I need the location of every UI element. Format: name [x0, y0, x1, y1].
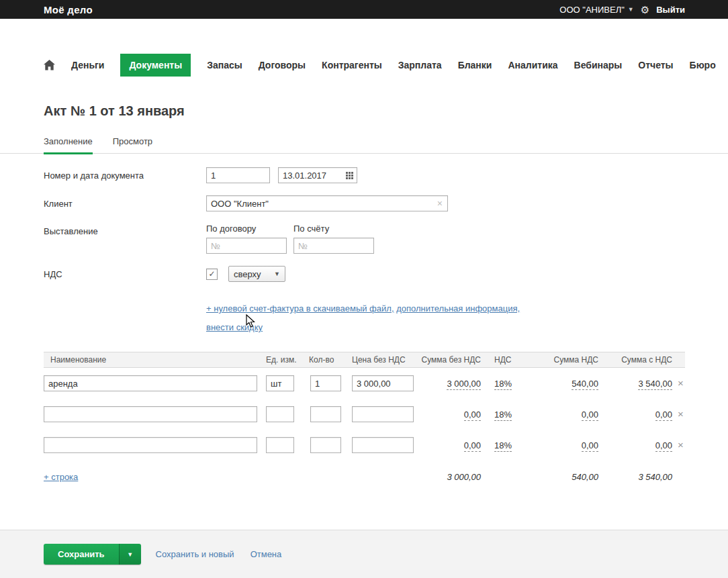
- by-invoice-input[interactable]: [293, 238, 374, 254]
- nav-item-stock[interactable]: Запасы: [207, 60, 242, 70]
- item-name-input[interactable]: [44, 375, 257, 391]
- nav-item-money[interactable]: Деньги: [71, 60, 104, 70]
- logout-link[interactable]: Выйти: [656, 5, 685, 15]
- app-logo: Моё дело: [44, 4, 93, 15]
- item-name-input[interactable]: [44, 437, 257, 453]
- vat-rate-value[interactable]: 18%: [494, 379, 512, 390]
- item-price-input[interactable]: [352, 406, 414, 422]
- item-unit-input[interactable]: [266, 375, 294, 391]
- item-price-input[interactable]: [352, 375, 414, 391]
- table-totals-row: + строка 3 000,00 540,00 3 540,00: [44, 470, 685, 483]
- home-button[interactable]: [44, 60, 55, 70]
- form-row-client: Клиент ×: [44, 195, 728, 211]
- nav-item-reports[interactable]: Отчеты: [638, 60, 673, 70]
- client-label: Клиент: [44, 199, 206, 209]
- by-invoice-column: По счёту: [293, 224, 374, 254]
- sum-with-vat-value[interactable]: 0,00: [655, 410, 672, 421]
- total-sum-no-vat: 3 000,00: [447, 472, 481, 482]
- vat-sum-value[interactable]: 0,00: [582, 440, 598, 452]
- chevron-down-icon: ▼: [628, 6, 634, 13]
- number-date-label: Номер и дата документа: [44, 171, 206, 181]
- nav-item-webinars[interactable]: Вебинары: [574, 60, 623, 70]
- vat-rate-value[interactable]: 18%: [494, 440, 512, 452]
- footer-actions: Сохранить ▼ Сохранить и новый Отмена: [0, 530, 728, 578]
- company-name: ООО "АНИВЕЛ": [559, 5, 624, 15]
- form-row-issue: Выставление По договору По счёту: [44, 224, 728, 254]
- nav-item-analytics[interactable]: Аналитика: [508, 60, 557, 70]
- page-title: Акт № 1 от 13 января: [44, 103, 728, 119]
- sum-with-vat-value[interactable]: 3 540,00: [638, 379, 672, 390]
- client-input[interactable]: [206, 195, 448, 211]
- save-button[interactable]: Сохранить: [44, 544, 119, 565]
- sum-with-vat-value[interactable]: 0,00: [655, 440, 672, 452]
- issue-subcolumns: По договору По счёту: [206, 224, 374, 254]
- delete-row-button[interactable]: ×: [678, 439, 684, 450]
- save-and-new-link[interactable]: Сохранить и новый: [156, 549, 234, 559]
- item-qty-input[interactable]: [310, 406, 341, 422]
- item-qty-input[interactable]: [310, 375, 341, 391]
- header-vat-sum: Сумма НДС: [537, 355, 604, 365]
- table-row: 3 000,00 18% 540,00 3 540,00 ×: [44, 368, 685, 399]
- delete-row-button[interactable]: ×: [678, 408, 684, 420]
- app-window: Моё дело ООО "АНИВЕЛ" ▼ ⚙ Выйти Деньги Д…: [0, 0, 728, 578]
- table-header: Наименование Ед. изм. Кол-во Цена без НД…: [44, 352, 685, 368]
- table-row: 0,00 18% 0,00 0,00 ×: [44, 399, 685, 430]
- sum-no-vat-value[interactable]: 3 000,00: [447, 379, 481, 390]
- tabs: Заполнение Просмотр: [0, 136, 728, 154]
- company-menu[interactable]: ООО "АНИВЕЛ" ▼: [559, 5, 633, 15]
- action-links-line2: внести скидку: [206, 318, 728, 337]
- form-row-vat: НДС сверху ▼: [44, 266, 728, 282]
- main-nav: Деньги Документы Запасы Договоры Контраг…: [0, 54, 728, 77]
- topbar: Моё дело ООО "АНИВЕЛ" ▼ ⚙ Выйти: [0, 0, 728, 19]
- vat-mode-select[interactable]: сверху ▼: [228, 266, 285, 282]
- vat-mode-value: сверху: [234, 269, 261, 279]
- items-table: Наименование Ед. изм. Кол-во Цена без НД…: [44, 352, 685, 483]
- header-unit: Ед. изм.: [262, 355, 309, 365]
- header-price: Цена без НДС: [348, 355, 419, 365]
- item-qty-input[interactable]: [310, 437, 341, 453]
- by-contract-column: По договору: [206, 224, 287, 254]
- save-button-group: Сохранить ▼: [44, 544, 141, 565]
- select-arrow-icon: ▼: [274, 271, 280, 277]
- additional-info-link[interactable]: дополнительная информация,: [396, 303, 520, 314]
- cancel-link[interactable]: Отмена: [251, 549, 282, 559]
- mouse-cursor-icon: [246, 314, 255, 328]
- item-unit-input[interactable]: [266, 437, 294, 453]
- home-icon: [44, 60, 55, 70]
- nav-item-forms[interactable]: Бланки: [458, 60, 492, 70]
- document-number-input[interactable]: [206, 167, 270, 183]
- header-vat: НДС: [486, 355, 537, 365]
- issue-label: Выставление: [44, 224, 206, 236]
- nav-item-salary[interactable]: Зарплата: [398, 60, 442, 70]
- calendar-icon[interactable]: [346, 172, 353, 179]
- sum-no-vat-value[interactable]: 0,00: [464, 410, 481, 421]
- table-row: 0,00 18% 0,00 0,00 ×: [44, 430, 685, 461]
- save-dropdown-button[interactable]: ▼: [119, 544, 141, 565]
- zero-invoice-link[interactable]: + нулевой счет-фактура в скачиваемый фай…: [206, 303, 394, 314]
- tab-preview[interactable]: Просмотр: [113, 136, 152, 154]
- vat-sum-value[interactable]: 0,00: [582, 410, 598, 421]
- by-contract-input[interactable]: [206, 238, 287, 254]
- add-row-link[interactable]: + строка: [44, 472, 78, 482]
- action-links: + нулевой счет-фактура в скачиваемый фай…: [206, 299, 728, 337]
- tab-fill[interactable]: Заполнение: [44, 136, 93, 154]
- nav-item-contractors[interactable]: Контрагенты: [322, 60, 382, 70]
- header-qty: Кол-во: [309, 355, 348, 365]
- header-sum-no-vat: Сумма без НДС: [419, 355, 486, 365]
- document-form: Номер и дата документа Клиент ×: [44, 167, 728, 282]
- sum-no-vat-value[interactable]: 0,00: [464, 440, 481, 452]
- clear-client-icon[interactable]: ×: [437, 198, 443, 209]
- item-price-input[interactable]: [352, 437, 414, 453]
- gear-icon[interactable]: ⚙: [641, 5, 649, 15]
- item-name-input[interactable]: [44, 406, 257, 422]
- nav-item-bureau[interactable]: Бюро: [690, 60, 716, 70]
- item-unit-input[interactable]: [266, 406, 294, 422]
- by-invoice-label: По счёту: [293, 224, 374, 234]
- vat-checkbox[interactable]: [206, 269, 218, 280]
- vat-rate-value[interactable]: 18%: [494, 410, 512, 421]
- delete-row-button[interactable]: ×: [678, 377, 684, 389]
- vat-sum-value[interactable]: 540,00: [572, 379, 598, 390]
- total-sum-with-vat: 3 540,00: [638, 472, 672, 482]
- nav-item-contracts[interactable]: Договоры: [259, 60, 306, 70]
- nav-item-documents[interactable]: Документы: [120, 54, 191, 77]
